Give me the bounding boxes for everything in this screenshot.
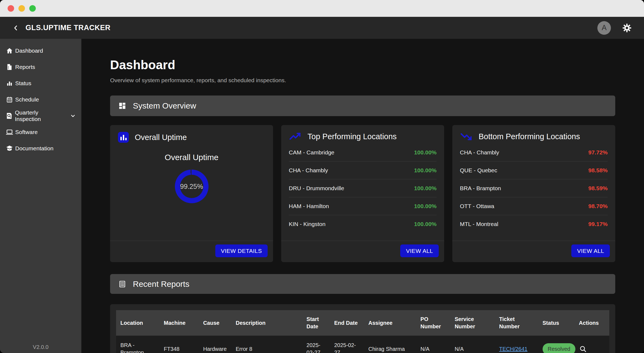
window-zoom-button[interactable] — [29, 5, 36, 12]
uptime-value: 97.72% — [588, 149, 608, 156]
top-locations-card: Top Performing Locations CAM - Cambridge… — [281, 125, 444, 262]
recent-reports-table-card: Location Machine Cause Description Start… — [110, 304, 615, 353]
status-badge: Resolved — [543, 343, 575, 353]
column-header: Cause — [199, 310, 231, 336]
card-title: Overall Uptime — [135, 133, 187, 142]
column-header: Description — [231, 310, 302, 336]
dashboard-grid-icon — [118, 102, 126, 110]
uptime-value: 100.00% — [414, 221, 437, 227]
sidebar-item-label: Software — [15, 129, 38, 135]
uptime-value: 100.00% — [414, 167, 437, 174]
sidebar-item-software[interactable]: Software — [0, 124, 81, 140]
column-header: Start Date — [302, 310, 330, 336]
sidebar-item-label: Dashboard — [15, 47, 43, 54]
section-title: Recent Reports — [133, 279, 189, 289]
card-footer: VIEW ALL — [281, 241, 444, 262]
sidebar-item-label: Status — [15, 80, 31, 87]
view-details-button[interactable]: VIEW DETAILS — [215, 244, 268, 257]
window-minimize-button[interactable] — [18, 5, 25, 12]
top-locations-list: CAM - Cambridge 100.00% CHA - Chambly 10… — [281, 144, 444, 233]
column-header: Status — [538, 310, 575, 336]
bottom-locations-list: CHA - Chambly 97.72% QUE - Quebec 98.58%… — [452, 144, 615, 233]
list-item: CHA - Chambly 100.00% — [289, 161, 437, 179]
window-titlebar — [0, 0, 644, 17]
list-item: OTT - Ottawa 98.70% — [460, 197, 608, 215]
view-report-button[interactable] — [579, 345, 587, 353]
column-header: Machine — [159, 310, 199, 336]
magnifier-icon — [579, 345, 587, 353]
column-header: Service Number — [450, 310, 495, 336]
end-date-cell: 2025-02-27 — [330, 336, 364, 353]
sidebar-item-dashboard[interactable]: Dashboard — [0, 43, 81, 59]
sidebar-item-status[interactable]: Status — [0, 75, 81, 91]
ticket-number-link[interactable]: TECH/2641 — [499, 346, 528, 352]
service-number-cell: N/A — [450, 336, 495, 353]
uptime-value: 100.00% — [414, 149, 437, 156]
list-item: QUE - Quebec 98.58% — [460, 161, 608, 179]
view-all-button[interactable]: VIEW ALL — [400, 244, 439, 257]
list-item: KIN - Kingston 100.00% — [289, 215, 437, 233]
assignee-cell: Chirag Sharma — [364, 336, 416, 353]
sidebar-item-label: Reports — [15, 64, 35, 70]
uptime-value: 98.59% — [588, 185, 608, 192]
calendar-icon — [5, 96, 14, 104]
column-header: Assignee — [364, 310, 416, 336]
column-header: End Date — [330, 310, 364, 336]
sidebar-item-schedule[interactable]: Schedule — [0, 91, 81, 108]
uptime-donut-chart: Overall Uptime 99.25% — [110, 145, 273, 203]
card-footer: VIEW ALL — [452, 241, 615, 262]
card-footer: VIEW DETAILS — [110, 241, 273, 262]
list-item: MTL - Montreal 99.17% — [460, 215, 608, 233]
table-header-row: Location Machine Cause Description Start… — [116, 310, 609, 336]
uptime-value: 100.00% — [414, 203, 437, 209]
list-item: CAM - Cambridge 100.00% — [289, 144, 437, 161]
column-header: Location — [116, 310, 159, 336]
machine-cell: FT348 — [159, 336, 199, 353]
list-item: CHA - Chambly 97.72% — [460, 144, 608, 161]
list-item: BRA - Brampton 98.59% — [460, 179, 608, 197]
sidebar-item-quarterly-inspection[interactable]: Quarterly Inspection — [0, 108, 81, 124]
sidebar-item-reports[interactable]: Reports — [0, 59, 81, 75]
uptime-value: 98.58% — [588, 167, 608, 174]
gear-icon — [622, 23, 632, 33]
system-overview-header: System Overview — [110, 96, 615, 116]
trending-up-icon — [289, 132, 302, 141]
view-all-button[interactable]: VIEW ALL — [571, 244, 610, 257]
uptime-percentage: 99.25% — [180, 183, 203, 190]
home-icon — [5, 47, 14, 55]
sidebar-item-label: Quarterly Inspection — [15, 109, 64, 122]
list-item: HAM - Hamilton 100.00% — [289, 197, 437, 215]
avatar[interactable]: A — [597, 21, 611, 35]
cause-cell: Hardware — [199, 336, 231, 353]
document-search-icon — [5, 112, 13, 120]
laptop-icon — [5, 128, 14, 136]
report-file-icon — [5, 63, 14, 71]
list-item: DRU - Drummondville 100.00% — [289, 179, 437, 197]
card-title: Bottom Performing Locations — [479, 132, 580, 141]
settings-button[interactable] — [622, 23, 632, 33]
bottom-locations-card: Bottom Performing Locations CHA - Chambl… — [452, 125, 615, 262]
po-number-cell: N/A — [416, 336, 450, 353]
back-button[interactable] — [11, 23, 21, 33]
description-cell: Error 8 — [231, 336, 302, 353]
sidebar: Dashboard Reports Status Schedule — [0, 39, 81, 353]
donut-ring: 99.25% — [175, 170, 209, 203]
uptime-bar-chart-icon — [118, 132, 129, 143]
overall-uptime-card: Overall Uptime Overall Uptime 99.25% VIE… — [110, 125, 273, 262]
app-header: GLS.UPTIME TRACKER A — [0, 17, 644, 39]
table-row: BRA - Brampton FT348 Hardware Error 8 20… — [116, 336, 609, 353]
column-header: Ticket Number — [495, 310, 538, 336]
window-close-button[interactable] — [8, 5, 14, 12]
column-header: Actions — [575, 310, 609, 336]
uptime-value: 99.17% — [588, 221, 608, 227]
chevron-left-icon — [12, 24, 20, 32]
app-window: GLS.UPTIME TRACKER A — [0, 0, 644, 353]
app-title: GLS.UPTIME TRACKER — [25, 24, 111, 32]
sidebar-item-documentation[interactable]: Documentation — [0, 140, 81, 157]
section-title: System Overview — [133, 101, 196, 110]
app-version: V2.0.0 — [0, 344, 81, 350]
column-header: PO Number — [416, 310, 450, 336]
chevron-down-icon — [70, 113, 76, 119]
location-cell: BRA - Brampton — [116, 336, 159, 353]
page-subtitle: Overview of system performance, reports,… — [110, 77, 615, 84]
